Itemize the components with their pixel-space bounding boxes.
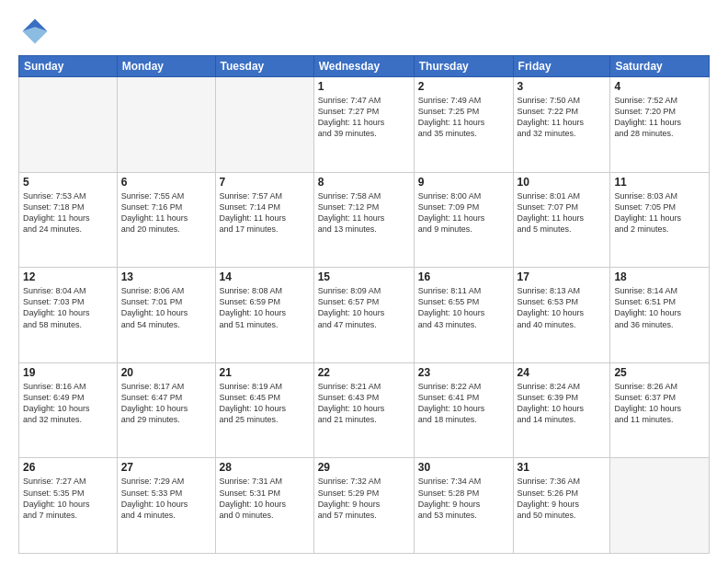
day-info: Sunrise: 8:22 AMSunset: 6:41 PMDaylight:… xyxy=(418,381,509,426)
day-cell: 26Sunrise: 7:27 AMSunset: 5:35 PMDayligh… xyxy=(19,458,118,554)
day-info: Sunrise: 7:57 AMSunset: 7:14 PMDaylight:… xyxy=(220,190,310,236)
day-cell: 25Sunrise: 8:26 AMSunset: 6:37 PMDayligh… xyxy=(610,362,710,458)
week-row-4: 19Sunrise: 8:16 AMSunset: 6:49 PMDayligh… xyxy=(19,362,710,458)
day-info: Sunrise: 7:36 AMSunset: 5:26 PMDaylight:… xyxy=(518,476,607,521)
day-info: Sunrise: 8:11 AMSunset: 6:55 PMDaylight:… xyxy=(418,285,509,330)
day-info: Sunrise: 8:06 AMSunset: 7:01 PMDaylight:… xyxy=(121,285,211,330)
day-cell: 3Sunrise: 7:50 AMSunset: 7:22 PMDaylight… xyxy=(513,77,610,173)
day-number: 26 xyxy=(23,461,113,474)
day-cell: 27Sunrise: 7:29 AMSunset: 5:33 PMDayligh… xyxy=(117,458,215,554)
day-info: Sunrise: 7:31 AMSunset: 5:31 PMDaylight:… xyxy=(220,476,310,521)
day-info: Sunrise: 7:53 AMSunset: 7:18 PMDaylight:… xyxy=(23,190,113,236)
day-number: 8 xyxy=(318,176,410,189)
day-cell: 4Sunrise: 7:52 AMSunset: 7:20 PMDaylight… xyxy=(610,77,710,173)
weekday-header-saturday: Saturday xyxy=(610,56,710,77)
weekday-header-sunday: Sunday xyxy=(19,56,118,77)
day-info: Sunrise: 8:19 AMSunset: 6:45 PMDaylight:… xyxy=(220,381,310,426)
day-number: 14 xyxy=(220,270,310,283)
day-cell: 18Sunrise: 8:14 AMSunset: 6:51 PMDayligh… xyxy=(610,268,710,363)
day-number: 21 xyxy=(220,366,310,379)
day-cell xyxy=(19,77,118,173)
day-info: Sunrise: 8:04 AMSunset: 7:03 PMDaylight:… xyxy=(23,285,113,330)
day-info: Sunrise: 8:24 AMSunset: 6:39 PMDaylight:… xyxy=(518,381,607,426)
day-info: Sunrise: 8:26 AMSunset: 6:37 PMDaylight:… xyxy=(614,381,705,426)
day-info: Sunrise: 8:09 AMSunset: 6:57 PMDaylight:… xyxy=(318,285,410,330)
header xyxy=(18,15,710,48)
day-info: Sunrise: 8:13 AMSunset: 6:53 PMDaylight:… xyxy=(518,285,607,330)
day-info: Sunrise: 8:17 AMSunset: 6:47 PMDaylight:… xyxy=(121,381,211,426)
day-number: 22 xyxy=(318,366,410,379)
day-info: Sunrise: 8:21 AMSunset: 6:43 PMDaylight:… xyxy=(318,381,410,426)
day-cell: 2Sunrise: 7:49 AMSunset: 7:25 PMDaylight… xyxy=(414,77,513,173)
day-info: Sunrise: 7:34 AMSunset: 5:28 PMDaylight:… xyxy=(418,476,509,521)
day-number: 29 xyxy=(318,461,410,474)
day-cell: 7Sunrise: 7:57 AMSunset: 7:14 PMDaylight… xyxy=(215,172,313,268)
day-number: 19 xyxy=(23,366,113,379)
day-cell: 20Sunrise: 8:17 AMSunset: 6:47 PMDayligh… xyxy=(117,362,215,458)
weekday-header-tuesday: Tuesday xyxy=(215,56,313,77)
week-row-2: 5Sunrise: 7:53 AMSunset: 7:18 PMDaylight… xyxy=(19,172,710,268)
day-info: Sunrise: 7:58 AMSunset: 7:12 PMDaylight:… xyxy=(318,190,410,236)
day-cell xyxy=(215,77,313,173)
day-cell: 24Sunrise: 8:24 AMSunset: 6:39 PMDayligh… xyxy=(513,362,610,458)
day-cell: 28Sunrise: 7:31 AMSunset: 5:31 PMDayligh… xyxy=(215,458,313,554)
day-number: 27 xyxy=(121,461,211,474)
weekday-header-monday: Monday xyxy=(117,56,215,77)
day-info: Sunrise: 7:55 AMSunset: 7:16 PMDaylight:… xyxy=(121,190,211,236)
day-number: 10 xyxy=(518,176,607,189)
day-cell: 31Sunrise: 7:36 AMSunset: 5:26 PMDayligh… xyxy=(513,458,610,554)
day-number: 2 xyxy=(418,80,509,93)
day-number: 11 xyxy=(614,176,705,189)
day-info: Sunrise: 8:03 AMSunset: 7:05 PMDaylight:… xyxy=(614,190,705,236)
day-number: 18 xyxy=(614,270,705,283)
day-number: 7 xyxy=(220,176,310,189)
day-number: 3 xyxy=(518,80,607,93)
day-info: Sunrise: 8:01 AMSunset: 7:07 PMDaylight:… xyxy=(518,190,607,236)
weekday-header-friday: Friday xyxy=(513,56,610,77)
day-number: 31 xyxy=(518,461,607,474)
day-cell: 21Sunrise: 8:19 AMSunset: 6:45 PMDayligh… xyxy=(215,362,313,458)
day-info: Sunrise: 7:52 AMSunset: 7:20 PMDaylight:… xyxy=(614,95,705,140)
page: SundayMondayTuesdayWednesdayThursdayFrid… xyxy=(0,0,728,563)
day-number: 12 xyxy=(23,270,113,283)
calendar-table: SundayMondayTuesdayWednesdayThursdayFrid… xyxy=(18,55,710,554)
day-info: Sunrise: 8:16 AMSunset: 6:49 PMDaylight:… xyxy=(23,381,113,426)
week-row-5: 26Sunrise: 7:27 AMSunset: 5:35 PMDayligh… xyxy=(19,458,710,554)
day-info: Sunrise: 7:50 AMSunset: 7:22 PMDaylight:… xyxy=(518,95,607,140)
day-cell: 30Sunrise: 7:34 AMSunset: 5:28 PMDayligh… xyxy=(414,458,513,554)
day-cell: 11Sunrise: 8:03 AMSunset: 7:05 PMDayligh… xyxy=(610,172,710,268)
day-cell: 23Sunrise: 8:22 AMSunset: 6:41 PMDayligh… xyxy=(414,362,513,458)
day-number: 23 xyxy=(418,366,509,379)
day-number: 13 xyxy=(121,270,211,283)
day-number: 20 xyxy=(121,366,211,379)
day-number: 5 xyxy=(23,176,113,189)
week-row-1: 1Sunrise: 7:47 AMSunset: 7:27 PMDaylight… xyxy=(19,77,710,173)
day-cell: 8Sunrise: 7:58 AMSunset: 7:12 PMDaylight… xyxy=(313,172,414,268)
week-row-3: 12Sunrise: 8:04 AMSunset: 7:03 PMDayligh… xyxy=(19,268,710,363)
day-cell: 22Sunrise: 8:21 AMSunset: 6:43 PMDayligh… xyxy=(313,362,414,458)
day-number: 9 xyxy=(418,176,509,189)
day-cell: 17Sunrise: 8:13 AMSunset: 6:53 PMDayligh… xyxy=(513,268,610,363)
logo-icon xyxy=(18,15,51,48)
day-number: 15 xyxy=(318,270,410,283)
day-info: Sunrise: 7:29 AMSunset: 5:33 PMDaylight:… xyxy=(121,476,211,521)
day-number: 25 xyxy=(614,366,705,379)
day-info: Sunrise: 8:14 AMSunset: 6:51 PMDaylight:… xyxy=(614,285,705,330)
day-info: Sunrise: 7:49 AMSunset: 7:25 PMDaylight:… xyxy=(418,95,509,140)
day-number: 1 xyxy=(318,80,410,93)
day-info: Sunrise: 7:47 AMSunset: 7:27 PMDaylight:… xyxy=(318,95,410,140)
day-info: Sunrise: 8:08 AMSunset: 6:59 PMDaylight:… xyxy=(220,285,310,330)
weekday-header-thursday: Thursday xyxy=(414,56,513,77)
day-cell: 9Sunrise: 8:00 AMSunset: 7:09 PMDaylight… xyxy=(414,172,513,268)
day-cell xyxy=(117,77,215,173)
day-number: 28 xyxy=(220,461,310,474)
day-cell: 16Sunrise: 8:11 AMSunset: 6:55 PMDayligh… xyxy=(414,268,513,363)
day-cell: 6Sunrise: 7:55 AMSunset: 7:16 PMDaylight… xyxy=(117,172,215,268)
day-cell: 13Sunrise: 8:06 AMSunset: 7:01 PMDayligh… xyxy=(117,268,215,363)
day-number: 6 xyxy=(121,176,211,189)
day-cell: 15Sunrise: 8:09 AMSunset: 6:57 PMDayligh… xyxy=(313,268,414,363)
day-cell: 1Sunrise: 7:47 AMSunset: 7:27 PMDaylight… xyxy=(313,77,414,173)
day-info: Sunrise: 7:32 AMSunset: 5:29 PMDaylight:… xyxy=(318,476,410,521)
day-cell: 5Sunrise: 7:53 AMSunset: 7:18 PMDaylight… xyxy=(19,172,118,268)
day-cell: 19Sunrise: 8:16 AMSunset: 6:49 PMDayligh… xyxy=(19,362,118,458)
